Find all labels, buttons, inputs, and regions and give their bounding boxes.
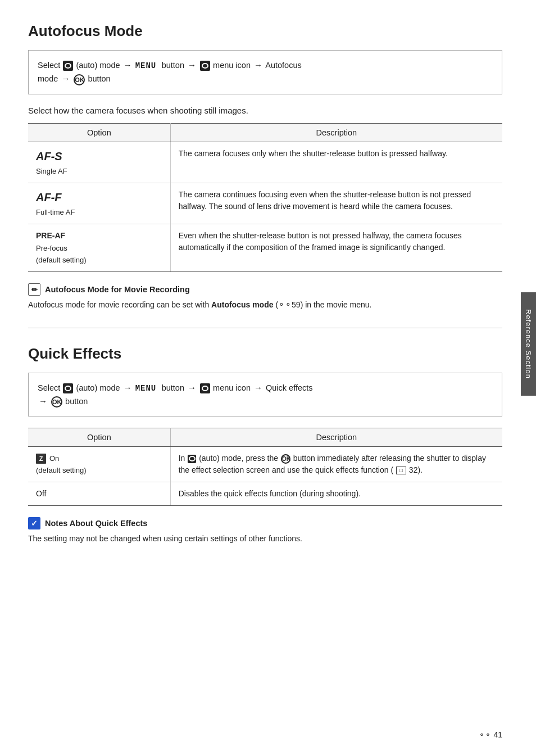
camera-icon-4 <box>200 383 210 393</box>
af-option-afs: AF-S Single AF <box>28 142 170 183</box>
qe-on-desc-prefix: In <box>179 454 188 463</box>
page-num: 41 <box>493 730 502 739</box>
qe-on-description: In (auto) mode, press the OK button imme… <box>170 447 502 482</box>
qe-arrow-4: → <box>39 396 47 406</box>
book-icon: □ <box>396 467 406 474</box>
camera-icon-1 <box>63 61 73 71</box>
qe-nav-text2: button <box>162 383 187 392</box>
af-option-preaf: PRE-AF Pre-focus (default setting) <box>28 224 170 271</box>
arrow-1: → <box>124 60 132 70</box>
preaf-label: PRE-AF <box>36 230 162 242</box>
afs-sublabel: Single AF <box>36 167 67 175</box>
af-table-header-description: Description <box>170 123 502 142</box>
table-row: AF-S Single AF The camera focuses only w… <box>28 142 502 183</box>
aff-description: The camera continues focusing even when … <box>170 183 502 224</box>
afs-description: The camera focuses only when the shutter… <box>170 142 502 183</box>
autofocus-title: Autofocus Mode <box>28 22 502 40</box>
qe-on-desc-ref: 32). <box>409 465 423 474</box>
quick-effects-title: Quick Effects <box>28 345 502 363</box>
qe-arrow-3: → <box>254 383 262 392</box>
ok-icon-1: OK <box>74 74 85 85</box>
qe-arrow-2: → <box>188 383 196 392</box>
autofocus-note: Autofocus Mode for Movie Recording Autof… <box>28 283 502 311</box>
qe-off-description: Disables the quick effects function (dur… <box>170 482 502 506</box>
pencil-icon <box>28 283 40 296</box>
table-row: Off Disables the quick effects function … <box>28 482 502 506</box>
camera-icon-3 <box>63 383 73 393</box>
autofocus-note-text: Autofocus mode for movie recording can b… <box>28 299 502 311</box>
preaf-sublabel: Pre-focus <box>36 244 67 252</box>
qe-option-on: Z On (default setting) <box>28 447 170 482</box>
aff-label: AF-F <box>36 189 162 206</box>
quick-effects-table: Option Description Z On (default setting… <box>28 428 502 506</box>
nav-prefix: Select <box>38 61 62 70</box>
qe-off-label: Off <box>36 489 46 498</box>
reference-section-label: Reference Section <box>521 292 536 396</box>
qe-table-header-option: Option <box>28 428 170 447</box>
table-row: PRE-AF Pre-focus (default setting) Even … <box>28 224 502 271</box>
qe-nav-prefix: Select <box>38 383 62 392</box>
afs-label: AF-S <box>36 148 162 165</box>
preaf-description: Even when the shutter-release button is … <box>170 224 502 271</box>
menu-label: MENU <box>135 61 162 70</box>
nav-text3: menu icon <box>213 61 253 70</box>
qe-on-default: (default setting) <box>36 466 87 474</box>
table-row: AF-F Full-time AF The camera continues f… <box>28 183 502 224</box>
nav-text1: (auto) mode <box>76 61 122 70</box>
qe-note-text: The setting may not be changed when usin… <box>28 533 502 545</box>
autofocus-nav-box: Select (auto) mode → MENU button → menu … <box>28 50 502 94</box>
af-table-header-option: Option <box>28 123 170 142</box>
arrow-3: → <box>254 60 262 70</box>
quick-effects-on-icon: Z <box>36 454 46 464</box>
autofocus-subtitle: Select how the camera focuses when shoot… <box>28 106 502 115</box>
qe-menu-label: MENU <box>135 384 162 393</box>
camera-icon-2 <box>200 61 210 71</box>
qe-on-desc-mid: (auto) mode, press the <box>199 454 280 463</box>
qe-arrow-1: → <box>124 383 132 392</box>
nav-text5: button <box>88 74 110 83</box>
qe-nav-text3: menu icon <box>213 383 253 392</box>
arrow-4: → <box>61 74 70 83</box>
quick-effects-note: ✓ Notes About Quick Effects The setting … <box>28 517 502 545</box>
ok-icon-2: OK <box>51 396 62 408</box>
qe-nav-text4: Quick effects <box>266 383 313 392</box>
arrow-2: → <box>188 60 196 70</box>
note-text1: Autofocus mode for movie recording can b… <box>28 300 209 309</box>
note-text2: in the movie menu. <box>305 300 371 309</box>
note-header: Autofocus Mode for Movie Recording <box>28 283 502 296</box>
qe-on-label: On <box>49 454 59 463</box>
qe-note-title: Notes About Quick Effects <box>45 519 147 528</box>
nav-text4: Autofocus <box>265 61 302 70</box>
autofocus-table: Option Description AF-S Single AF The ca… <box>28 123 502 272</box>
page-num-prefix: ⚬⚬ <box>479 731 491 739</box>
qe-nav-text1: (auto) mode <box>76 383 122 392</box>
note-title: Autofocus Mode for Movie Recording <box>45 285 190 294</box>
qe-option-off: Off <box>28 482 170 506</box>
page-number: ⚬⚬ 41 <box>479 730 502 739</box>
note-link: Autofocus mode <box>211 300 273 309</box>
quick-effects-nav-box: Select (auto) mode → MENU button → menu … <box>28 373 502 417</box>
qe-nav-text5: button <box>65 397 88 406</box>
af-option-aff: AF-F Full-time AF <box>28 183 170 224</box>
qe-table-header-description: Description <box>170 428 502 447</box>
preaf-sublabel2: (default setting) <box>36 256 87 264</box>
ok-icon-3: OK <box>281 454 290 464</box>
qe-note-header: ✓ Notes About Quick Effects <box>28 517 502 529</box>
camera-icon-5 <box>188 455 196 463</box>
section-divider <box>28 328 502 328</box>
aff-sublabel: Full-time AF <box>36 208 75 216</box>
nav-text4b: mode <box>38 74 60 83</box>
checkmark-icon: ✓ <box>28 517 40 529</box>
nav-text2: button <box>162 61 187 70</box>
table-row: Z On (default setting) In (auto) mode, p… <box>28 447 502 482</box>
note-ref: (⚬⚬59) <box>275 300 305 309</box>
page-wrapper: Autofocus Mode Select (auto) mode → MENU… <box>28 22 502 545</box>
